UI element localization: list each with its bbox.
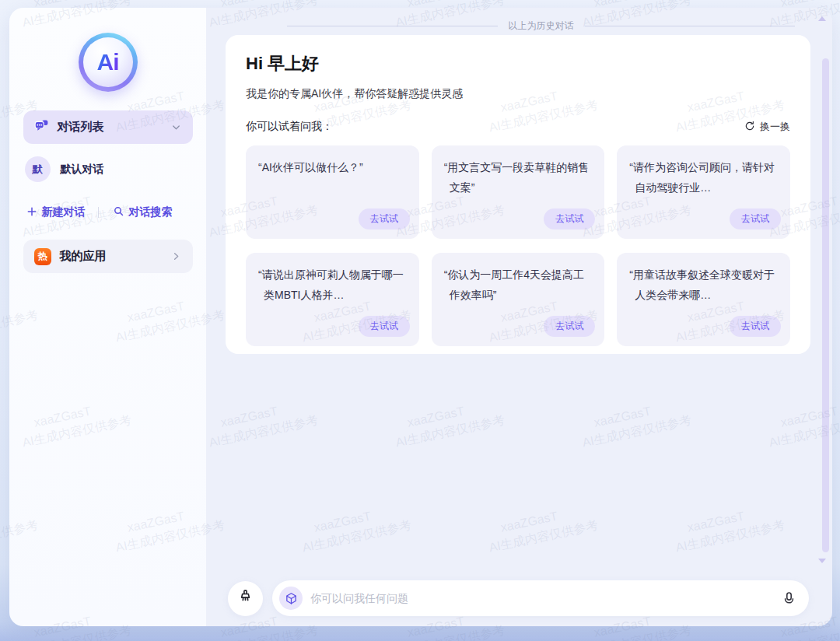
conversation-list-label: 对话列表	[58, 120, 104, 135]
my-apps-label: 我的应用	[60, 249, 107, 264]
chat-bubble-icon	[34, 118, 49, 136]
clear-conversation-button[interactable]	[228, 581, 263, 616]
divider	[98, 207, 99, 218]
suggestion-card[interactable]: “AI伙伴可以做什么？” 去试试	[246, 145, 419, 239]
prompt-row: 你可以试着问我： 换一换	[246, 120, 790, 134]
new-conversation-button[interactable]: 新建对话	[26, 205, 86, 219]
logo-text: Ai	[97, 49, 119, 75]
suggestion-grid: “AI伙伴可以做什么？” 去试试 “用文言文写一段卖草鞋的销售文案” 去试试 “…	[246, 145, 790, 346]
history-divider: 以上为历史对话	[287, 19, 795, 33]
suggestion-card[interactable]: “用童话故事叙述全球变暖对于人类会带来哪… 去试试	[617, 253, 790, 346]
sidebar: Ai 对话列表 默 默认对话	[9, 8, 206, 626]
chevron-down-icon	[170, 121, 182, 133]
conversation-search-button[interactable]: 对话搜索	[113, 205, 173, 219]
try-it-button[interactable]: 去试试	[730, 208, 781, 229]
refresh-suggestions-button[interactable]: 换一换	[744, 120, 790, 134]
main-panel: 以上为历史对话 Hi 早上好 我是你的专属AI伙伴，帮你答疑解惑提供灵感 你可以…	[206, 8, 832, 626]
greeting-title: Hi 早上好	[246, 52, 790, 75]
refresh-icon	[744, 121, 755, 134]
suggestion-card[interactable]: “用文言文写一段卖草鞋的销售文案” 去试试	[432, 145, 605, 239]
sidebar-item-default-conversation[interactable]: 默 默认对话	[23, 156, 193, 182]
suggestion-card[interactable]: “你认为一周工作4天会提高工作效率吗” 去试试	[432, 253, 605, 346]
message-input-container	[272, 580, 809, 616]
try-it-button[interactable]: 去试试	[359, 316, 410, 337]
suggestion-card[interactable]: “请说出原神可莉人物属于哪一类MBTI人格并… 去试试	[246, 253, 419, 346]
prompt-label: 你可以试着问我：	[246, 120, 333, 134]
broom-icon	[237, 589, 254, 608]
hot-icon: 热	[34, 248, 51, 265]
plus-icon	[26, 206, 37, 219]
assistant-cube-icon	[279, 587, 303, 610]
greeting-subtitle: 我是你的专属AI伙伴，帮你答疑解惑提供灵感	[246, 87, 790, 101]
history-divider-label: 以上为历史对话	[509, 19, 574, 33]
input-bar	[228, 580, 809, 616]
try-it-button[interactable]: 去试试	[359, 208, 410, 229]
scroll-down-arrow[interactable]	[818, 559, 826, 563]
conversation-avatar: 默	[25, 156, 51, 182]
scrollbar-thumb[interactable]	[822, 58, 829, 552]
suggestion-card[interactable]: “请作为咨询公司顾问，请针对自动驾驶行业… 去试试	[617, 145, 790, 239]
try-it-button[interactable]: 去试试	[730, 316, 781, 337]
microphone-icon[interactable]	[782, 591, 796, 606]
scroll-up-arrow[interactable]	[818, 16, 826, 21]
app-window: Ai 对话列表 默 默认对话	[9, 8, 832, 626]
try-it-button[interactable]: 去试试	[544, 208, 595, 229]
sidebar-item-my-apps[interactable]: 热 我的应用	[23, 240, 193, 273]
greeting-card: Hi 早上好 我是你的专属AI伙伴，帮你答疑解惑提供灵感 你可以试着问我： 换一…	[226, 35, 810, 354]
chevron-right-icon	[170, 250, 182, 262]
try-it-button[interactable]: 去试试	[544, 316, 595, 337]
search-icon	[113, 205, 124, 219]
message-input[interactable]	[310, 592, 774, 604]
sidebar-item-conversation-list[interactable]: 对话列表	[23, 110, 193, 144]
default-conversation-label: 默认对话	[61, 163, 104, 177]
app-logo: Ai	[79, 33, 138, 92]
sidebar-links: 新建对话 对话搜索	[23, 205, 193, 219]
